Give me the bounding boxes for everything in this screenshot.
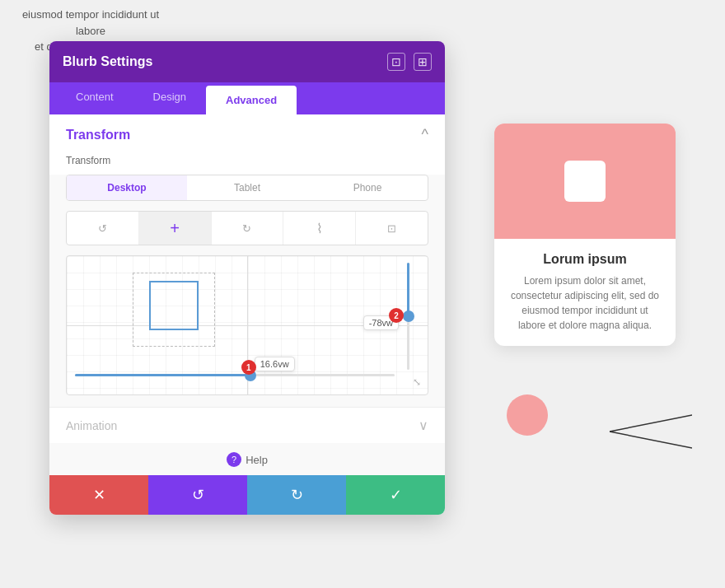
transform-sublabel: Transform	[49, 152, 445, 175]
panel-header: Blurb Settings ⊡ ⊞	[49, 41, 445, 82]
device-tabs: Desktop Tablet Phone	[66, 175, 428, 201]
preview-card: Lorum ipsum Lorem ipsum dolor sit amet, …	[494, 124, 676, 346]
transform-canvas: 16.6vw 1 -78vw 2 ⤡	[66, 255, 428, 395]
transform-tool-translate[interactable]: +	[139, 212, 212, 245]
save-button[interactable]: ✓	[346, 475, 445, 515]
transform-tool-skew[interactable]: ⌇	[283, 212, 356, 245]
preview-card-text: Lorem ipsum dolor sit amet, consectetur …	[508, 273, 662, 333]
help-button[interactable]: ? Help	[227, 452, 268, 467]
badge-2: 2	[389, 308, 404, 323]
tab-design[interactable]: Design	[133, 82, 206, 114]
h-slider-fill	[75, 374, 250, 376]
canvas-inner: 16.6vw 1 -78vw 2 ⤡	[67, 256, 428, 394]
animation-title: Animation	[66, 419, 117, 432]
panel-body: Transform ^ Transform Desktop Tablet Pho…	[49, 114, 445, 515]
v-slider-fill	[407, 263, 409, 316]
section-toggle-transform[interactable]: ^	[422, 126, 428, 143]
h-slider-track	[75, 374, 395, 376]
transform-box[interactable]	[149, 281, 199, 330]
help-icon: ?	[227, 452, 241, 467]
help-section: ? Help	[49, 443, 445, 475]
tab-content[interactable]: Content	[56, 82, 133, 114]
transform-tools: ↺ + ↻ ⌇ ⊡	[66, 211, 428, 245]
panel-header-icons: ⊡ ⊞	[387, 53, 432, 71]
panel-title: Blurb Settings	[63, 54, 152, 69]
svg-line-0	[610, 415, 692, 432]
v-slider-track	[407, 263, 409, 370]
redo-button[interactable]: ↻	[247, 475, 346, 515]
pink-circle	[507, 394, 548, 436]
device-tab-desktop[interactable]: Desktop	[67, 175, 187, 200]
svg-line-1	[610, 432, 692, 448]
device-tab-tablet[interactable]: Tablet	[187, 175, 307, 200]
transform-tool-scale[interactable]: ⊡	[356, 212, 428, 245]
preview-card-image	[494, 124, 676, 239]
undo-button[interactable]: ↺	[148, 475, 247, 515]
tab-bar: Content Design Advanced	[49, 82, 445, 114]
preview-card-body: Lorum ipsum Lorem ipsum dolor sit amet, …	[494, 239, 676, 346]
action-bar: ✕ ↺ ↻ ✓	[49, 475, 445, 515]
cancel-button[interactable]: ✕	[49, 475, 148, 515]
settings-panel: Blurb Settings ⊡ ⊞ Content Design Advanc…	[49, 41, 445, 515]
animation-section: Animation ∨	[49, 407, 445, 443]
v-slider-thumb[interactable]	[403, 310, 414, 322]
transform-tool-move[interactable]: ↺	[67, 212, 139, 245]
panel-expand-icon[interactable]: ⊡	[387, 53, 405, 71]
canvas-resize-icon[interactable]: ⤡	[413, 376, 421, 388]
device-tab-phone[interactable]: Phone	[307, 175, 428, 200]
preview-card-icon	[564, 161, 606, 202]
section-title-transform: Transform	[66, 128, 130, 142]
section-header-transform: Transform ^	[49, 114, 445, 152]
badge-1: 1	[241, 360, 256, 375]
connection-lines	[527, 366, 692, 464]
panel-layout-icon[interactable]: ⊞	[414, 53, 432, 71]
preview-card-title: Lorum ipsum	[508, 252, 662, 267]
h-value-tooltip: 16.6vw	[255, 357, 295, 371]
animation-toggle[interactable]: ∨	[419, 418, 428, 433]
transform-tool-rotate[interactable]: ↻	[212, 212, 284, 245]
tab-advanced[interactable]: Advanced	[206, 86, 297, 114]
help-label: Help	[246, 454, 268, 466]
